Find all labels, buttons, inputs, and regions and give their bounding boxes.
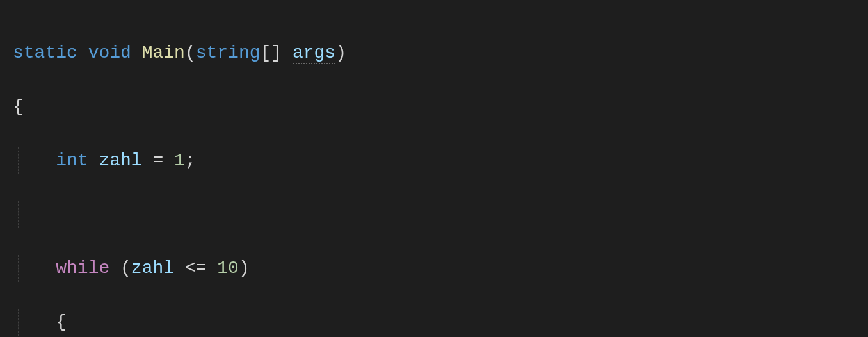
code-line-1[interactable]: static void Main(string[] args) (13, 40, 855, 67)
keyword-static: static (13, 43, 77, 63)
brace-open: { (13, 97, 24, 117)
paren-open: ( (109, 258, 131, 278)
paren-close: ) (239, 258, 250, 278)
variable-zahl: zahl (131, 258, 174, 278)
code-line-2[interactable]: { (13, 94, 855, 120)
code-line-3[interactable]: int zahl = 1; (13, 147, 855, 174)
code-line-4[interactable] (13, 201, 855, 228)
function-name: Main (142, 43, 185, 63)
code-line-5[interactable]: while (zahl <= 10) (13, 255, 855, 282)
number-literal: 1 (174, 151, 185, 170)
code-editor[interactable]: static void Main(string[] args) { int za… (13, 13, 855, 337)
paren-open: ( (185, 43, 196, 63)
equals-op: = (142, 151, 174, 170)
type-int: int (56, 151, 88, 170)
variable-zahl: zahl (99, 151, 141, 170)
comparison-op: <= (174, 258, 217, 278)
indent (13, 309, 56, 336)
param-args: args (293, 43, 335, 64)
brackets: [] (261, 43, 282, 63)
keyword-void: void (88, 43, 131, 63)
indent (13, 201, 56, 228)
indent (13, 255, 56, 282)
indent (13, 147, 56, 174)
keyword-while: while (56, 258, 109, 278)
number-literal: 10 (217, 258, 239, 278)
code-line-6[interactable]: { (13, 309, 855, 336)
brace-open: { (56, 312, 67, 332)
semicolon: ; (185, 151, 196, 170)
paren-close: ) (335, 43, 346, 63)
type-string: string (196, 43, 261, 63)
